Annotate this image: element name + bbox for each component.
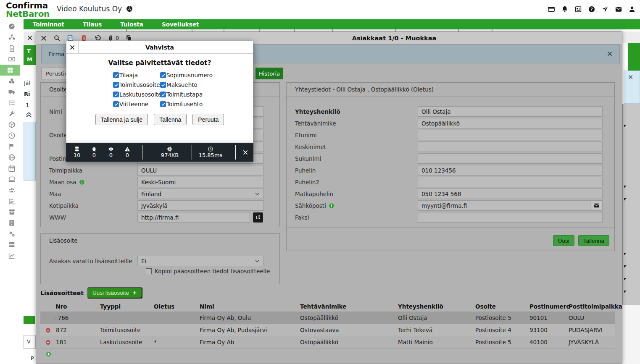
table-row[interactable]: - 766 Firma Oy Ab, Oulu Ostopäällikkö Ol…: [40, 312, 615, 324]
kopioi-checkbox[interactable]: [146, 268, 152, 274]
checkbox-sopimusnumero[interactable]: Sopimusnumero: [160, 72, 253, 79]
checkbox-toimitustapa[interactable]: Toimitustapa: [160, 91, 253, 98]
www-input[interactable]: http://firma.fi: [137, 212, 250, 223]
send-email-button[interactable]: [590, 200, 603, 211]
add-row-icon[interactable]: [45, 351, 52, 357]
kotipaikka-input[interactable]: Jyväskylä: [137, 200, 263, 211]
modal-tallenna-button[interactable]: Tallenna: [154, 114, 187, 125]
sidebar-item-statistics[interactable]: [0, 250, 24, 261]
sidebar-item-billing[interactable]: [0, 54, 24, 65]
send-icon[interactable]: [601, 5, 609, 13]
chip-icon: [167, 146, 173, 152]
plus-icon: [132, 290, 137, 296]
help-icon[interactable]: [588, 5, 595, 13]
checkbox-toimitusosoite[interactable]: Toimitusosoite: [113, 81, 160, 88]
sidebar-item-tasks[interactable]: [0, 97, 24, 108]
sidebar-item-settings[interactable]: [0, 228, 24, 239]
sidebar-item-organization[interactable]: [0, 32, 24, 43]
search-icon[interactable]: [53, 34, 61, 42]
mail-icon[interactable]: [615, 5, 622, 13]
main-menubar: Toiminnot Tilaus Tulosta Sovellukset: [24, 19, 640, 29]
background-text-2: Ri: [24, 91, 30, 97]
varattu-select[interactable]: Ei: [137, 256, 263, 266]
user-icon[interactable]: [628, 5, 636, 13]
sidebar-item-reports[interactable]: [0, 196, 24, 207]
checkbox-viitteenne[interactable]: Viitteenne: [113, 101, 160, 107]
table-row[interactable]: 181 Laskutusosoite * Firma Oy Ab Ostopää…: [40, 336, 615, 348]
sidebar-item-calendar[interactable]: [0, 163, 24, 174]
menu-toiminnot[interactable]: Toiminnot: [33, 21, 64, 28]
matkapuhelin-input[interactable]: 050 1234 568: [418, 189, 603, 199]
uusi-button[interactable]: Uusi: [553, 235, 574, 246]
menu-tulosta[interactable]: Tulosta: [120, 21, 143, 28]
sahkoposti-input[interactable]: myynti@firma.fi: [418, 200, 603, 211]
topbar: Confirma NetBaron Video Koulutus Oy: [0, 0, 640, 19]
info-icon[interactable]: [79, 179, 85, 185]
table-row[interactable]: 872 Toimitusosoite Firma Oy Ab, Pudasjär…: [40, 324, 615, 336]
news-icon[interactable]: [574, 5, 582, 13]
db-queries-stat: 10: [68, 143, 85, 162]
field-label: Puhelin: [287, 167, 418, 174]
app-logo[interactable]: Confirma NetBaron: [6, 1, 50, 18]
info-icon[interactable]: [329, 203, 334, 209]
uusi-lisaosoite-button[interactable]: Uusi lisäosoite: [87, 287, 142, 299]
background-green-fragment: [24, 316, 35, 324]
toimipaikka-input[interactable]: OULU: [137, 165, 263, 175]
sidebar-item-servers[interactable]: [0, 239, 24, 250]
background-window-close-icon[interactable]: [24, 31, 36, 44]
sidebar-item-users[interactable]: [0, 185, 24, 196]
tab-historia[interactable]: Historia: [255, 68, 283, 79]
pinwheel-badge-icon[interactable]: [126, 5, 133, 13]
sidebar-item-assets[interactable]: [0, 76, 24, 86]
puhelin-input[interactable]: 010 123456: [418, 165, 603, 175]
sidebar-item-storage[interactable]: [0, 217, 24, 228]
field-label: Kotipaikka: [41, 202, 137, 209]
debug-close-icon[interactable]: [239, 143, 252, 162]
open-link-button[interactable]: [253, 212, 263, 223]
etunimi-input[interactable]: [418, 130, 603, 140]
tehtavanimike-input[interactable]: Ostopäällikkö: [418, 118, 603, 128]
sidebar-item-documents[interactable]: [0, 43, 24, 54]
clock-icon: [208, 146, 213, 152]
sidebar-item-logistics[interactable]: [0, 86, 24, 97]
puhelin2-input[interactable]: [418, 177, 603, 187]
checkbox-tilaaja[interactable]: Tilaaja: [113, 72, 160, 79]
field-label: Matkapuhelin: [287, 191, 418, 197]
checkbox-toimitusehto[interactable]: Toimitusehto: [160, 101, 253, 107]
sidebar-item-workstation[interactable]: [0, 174, 24, 185]
window-icon[interactable]: [548, 5, 555, 13]
field-label: WWW: [41, 214, 137, 221]
sidebar-item-tools[interactable]: [0, 108, 24, 119]
menu-tilaus[interactable]: Tilaus: [83, 21, 102, 28]
suk unimi-input[interactable]: [418, 153, 603, 164]
record-close-icon[interactable]: [607, 51, 613, 57]
checked-checkbox: [113, 82, 119, 88]
logo-line2: NetBaron: [6, 10, 50, 18]
sidebar-item-flags[interactable]: [0, 141, 24, 152]
sidebar-item-products[interactable]: [0, 119, 24, 130]
tallenna-button[interactable]: Tallenna: [578, 235, 609, 246]
peruuta-button[interactable]: Peruuta: [192, 114, 224, 125]
checkbox-laskutusosoite[interactable]: Laskutusosoite: [113, 91, 160, 98]
sidebar-item-registry-active[interactable]: [0, 65, 20, 76]
background-right-close-icon[interactable]: [628, 74, 633, 80]
menu-sovellukset[interactable]: Sovellukset: [162, 21, 199, 28]
checkbox-maksuehto[interactable]: Maksuehto: [160, 81, 253, 88]
tallenna-ja-sulje-button[interactable]: Tallenna ja sulje: [95, 114, 148, 125]
sidebar-item-archive[interactable]: [0, 207, 24, 217]
close-icon[interactable]: [40, 35, 47, 42]
yhteyshenkilo-input[interactable]: Olli Ostaja: [418, 106, 603, 117]
faksi-input[interactable]: [418, 212, 603, 223]
maan-osa-input[interactable]: Keski-Suomi: [137, 177, 263, 187]
collapse-up-icon[interactable]: [25, 110, 33, 118]
maa-select[interactable]: Finland: [137, 189, 263, 199]
keskinimet-input[interactable]: [418, 141, 603, 152]
sidebar-item-time[interactable]: [0, 130, 24, 141]
notifications-bell-icon[interactable]: [561, 5, 569, 13]
sidebar-item-web[interactable]: [0, 152, 24, 163]
modal-question: Valitse päivitettävät tiedot?: [66, 59, 253, 67]
sidebar-item-dashboard[interactable]: [0, 21, 24, 32]
add-row: [40, 348, 615, 360]
warnings-stat: 0: [119, 143, 136, 162]
checked-checkbox: [160, 82, 166, 88]
